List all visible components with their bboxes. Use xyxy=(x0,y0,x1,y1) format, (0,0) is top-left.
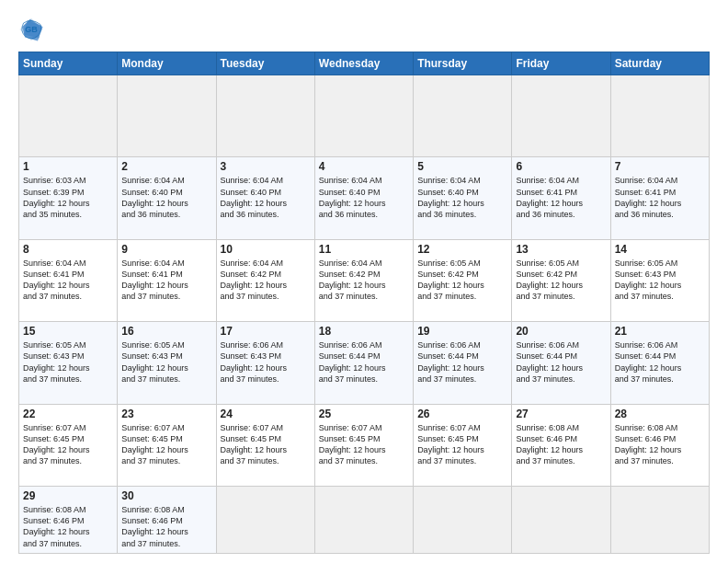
calendar-header-row: Sunday Monday Tuesday Wednesday Thursday… xyxy=(19,52,710,75)
sunset-text: Sunset: 6:43 PM xyxy=(615,269,705,280)
sunset-text: Sunset: 6:41 PM xyxy=(516,187,606,198)
daylight-text-1: Daylight: 12 hours xyxy=(417,444,507,455)
svg-text:GB: GB xyxy=(25,25,38,34)
calendar-cell: 6Sunrise: 6:04 AMSunset: 6:41 PMDaylight… xyxy=(512,157,610,239)
calendar-cell xyxy=(610,487,709,554)
daylight-text-2: and 37 minutes. xyxy=(516,373,606,385)
daylight-text-1: Daylight: 12 hours xyxy=(319,444,409,455)
daylight-text-2: and 36 minutes. xyxy=(221,209,311,220)
day-info: Sunrise: 6:04 AMSunset: 6:40 PMDaylight:… xyxy=(319,175,409,220)
daylight-text-1: Daylight: 12 hours xyxy=(121,362,211,373)
sunset-text: Sunset: 6:45 PM xyxy=(417,433,507,444)
sunrise-text: Sunrise: 6:05 AM xyxy=(615,258,705,269)
calendar-week-1: 1Sunrise: 6:03 AMSunset: 6:39 PMDaylight… xyxy=(19,157,710,239)
day-info: Sunrise: 6:04 AMSunset: 6:41 PMDaylight:… xyxy=(516,175,606,220)
sunset-text: Sunset: 6:42 PM xyxy=(221,269,311,280)
daylight-text-1: Daylight: 12 hours xyxy=(417,362,507,373)
sunset-text: Sunset: 6:45 PM xyxy=(319,433,409,444)
sunset-text: Sunset: 6:40 PM xyxy=(121,187,211,198)
day-number: 1 xyxy=(23,160,113,173)
calendar-cell xyxy=(414,75,512,157)
calendar-cell: 2Sunrise: 6:04 AMSunset: 6:40 PMDaylight… xyxy=(118,157,216,239)
day-info: Sunrise: 6:07 AMSunset: 6:45 PMDaylight:… xyxy=(23,422,113,467)
header: GB xyxy=(18,17,710,42)
daylight-text-2: and 37 minutes. xyxy=(121,455,211,466)
day-info: Sunrise: 6:04 AMSunset: 6:41 PMDaylight:… xyxy=(615,175,705,220)
day-info: Sunrise: 6:06 AMSunset: 6:44 PMDaylight:… xyxy=(516,339,606,385)
sunrise-text: Sunrise: 6:05 AM xyxy=(516,258,606,269)
daylight-text-1: Daylight: 12 hours xyxy=(516,444,606,455)
day-number: 26 xyxy=(417,408,507,420)
sunset-text: Sunset: 6:40 PM xyxy=(221,187,311,198)
sunset-text: Sunset: 6:45 PM xyxy=(221,433,311,444)
day-info: Sunrise: 6:06 AMSunset: 6:44 PMDaylight:… xyxy=(417,339,507,385)
sunrise-text: Sunrise: 6:05 AM xyxy=(121,339,211,350)
day-number: 23 xyxy=(121,408,211,420)
calendar-cell: 27Sunrise: 6:08 AMSunset: 6:46 PMDayligh… xyxy=(512,404,610,486)
sunrise-text: Sunrise: 6:06 AM xyxy=(417,339,507,350)
daylight-text-2: and 37 minutes. xyxy=(417,291,507,302)
sunrise-text: Sunrise: 6:04 AM xyxy=(319,258,409,269)
sunrise-text: Sunrise: 6:04 AM xyxy=(121,175,211,186)
calendar-cell xyxy=(610,75,709,157)
col-tuesday: Tuesday xyxy=(216,52,314,75)
col-sunday: Sunday xyxy=(19,52,118,75)
day-info: Sunrise: 6:04 AMSunset: 6:40 PMDaylight:… xyxy=(417,175,507,220)
day-info: Sunrise: 6:07 AMSunset: 6:45 PMDaylight:… xyxy=(221,422,311,467)
day-info: Sunrise: 6:08 AMSunset: 6:46 PMDaylight:… xyxy=(121,504,211,549)
daylight-text-1: Daylight: 12 hours xyxy=(516,198,606,209)
calendar-cell: 1Sunrise: 6:03 AMSunset: 6:39 PMDaylight… xyxy=(19,157,118,239)
daylight-text-2: and 37 minutes. xyxy=(221,373,311,385)
daylight-text-1: Daylight: 12 hours xyxy=(23,526,113,537)
sunrise-text: Sunrise: 6:04 AM xyxy=(221,258,311,269)
daylight-text-1: Daylight: 12 hours xyxy=(319,198,409,209)
calendar-cell: 30Sunrise: 6:08 AMSunset: 6:46 PMDayligh… xyxy=(118,487,216,554)
calendar-cell: 21Sunrise: 6:06 AMSunset: 6:44 PMDayligh… xyxy=(610,322,709,404)
daylight-text-1: Daylight: 12 hours xyxy=(319,280,409,291)
sunset-text: Sunset: 6:46 PM xyxy=(516,433,606,444)
calendar-cell: 7Sunrise: 6:04 AMSunset: 6:41 PMDaylight… xyxy=(610,157,709,239)
sunset-text: Sunset: 6:44 PM xyxy=(615,350,705,362)
calendar-cell: 15Sunrise: 6:05 AMSunset: 6:43 PMDayligh… xyxy=(19,322,118,404)
daylight-text-1: Daylight: 12 hours xyxy=(615,198,705,209)
day-number: 16 xyxy=(121,325,211,338)
calendar-cell: 8Sunrise: 6:04 AMSunset: 6:41 PMDaylight… xyxy=(19,239,118,321)
day-info: Sunrise: 6:06 AMSunset: 6:44 PMDaylight:… xyxy=(615,339,705,385)
sunrise-text: Sunrise: 6:07 AM xyxy=(319,422,409,433)
sunset-text: Sunset: 6:42 PM xyxy=(319,269,409,280)
calendar-cell: 25Sunrise: 6:07 AMSunset: 6:45 PMDayligh… xyxy=(314,404,413,486)
day-number: 29 xyxy=(23,489,113,502)
col-saturday: Saturday xyxy=(610,52,709,75)
daylight-text-1: Daylight: 12 hours xyxy=(615,444,705,455)
day-number: 12 xyxy=(417,243,507,256)
sunset-text: Sunset: 6:41 PM xyxy=(121,269,211,280)
col-thursday: Thursday xyxy=(414,52,512,75)
calendar-cell xyxy=(512,75,610,157)
daylight-text-2: and 36 minutes. xyxy=(516,209,606,220)
daylight-text-2: and 36 minutes. xyxy=(319,209,409,220)
calendar-cell: 11Sunrise: 6:04 AMSunset: 6:42 PMDayligh… xyxy=(314,239,413,321)
sunrise-text: Sunrise: 6:06 AM xyxy=(516,339,606,350)
day-number: 4 xyxy=(319,160,409,173)
calendar-cell xyxy=(216,75,314,157)
daylight-text-2: and 37 minutes. xyxy=(23,538,113,549)
sunrise-text: Sunrise: 6:05 AM xyxy=(23,339,113,350)
daylight-text-1: Daylight: 12 hours xyxy=(121,280,211,291)
calendar-week-0 xyxy=(19,75,710,157)
daylight-text-1: Daylight: 12 hours xyxy=(221,444,311,455)
daylight-text-2: and 37 minutes. xyxy=(221,455,311,466)
daylight-text-1: Daylight: 12 hours xyxy=(23,198,113,209)
day-info: Sunrise: 6:04 AMSunset: 6:40 PMDaylight:… xyxy=(221,175,311,220)
daylight-text-1: Daylight: 12 hours xyxy=(23,444,113,455)
daylight-text-2: and 37 minutes. xyxy=(615,455,705,466)
daylight-text-2: and 37 minutes. xyxy=(23,455,113,466)
daylight-text-2: and 36 minutes. xyxy=(615,209,705,220)
day-number: 13 xyxy=(516,243,606,256)
sunset-text: Sunset: 6:41 PM xyxy=(615,187,705,198)
logo-icon: GB xyxy=(18,17,44,42)
day-info: Sunrise: 6:07 AMSunset: 6:45 PMDaylight:… xyxy=(417,422,507,467)
day-info: Sunrise: 6:04 AMSunset: 6:40 PMDaylight:… xyxy=(121,175,211,220)
sunset-text: Sunset: 6:46 PM xyxy=(23,515,113,526)
calendar-cell: 16Sunrise: 6:05 AMSunset: 6:43 PMDayligh… xyxy=(118,322,216,404)
sunset-text: Sunset: 6:42 PM xyxy=(417,269,507,280)
